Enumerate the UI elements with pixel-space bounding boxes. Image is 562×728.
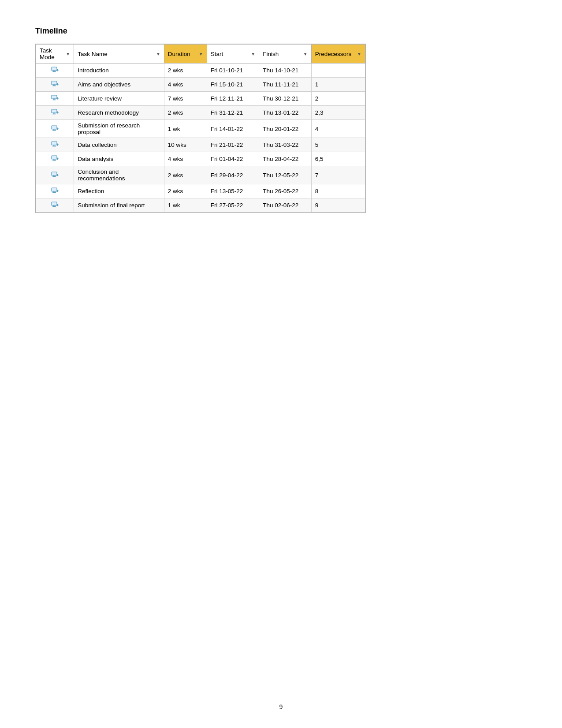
col-dropdown-start[interactable]: ▼ [251,52,255,56]
cell-duration: 7 wks [164,92,207,106]
svg-rect-16 [52,126,57,129]
col-label-duration: Duration [168,51,190,57]
cell-duration: 2 wks [164,184,207,198]
svg-marker-19 [57,127,59,130]
cell-predecessors [311,63,365,78]
table-row: Introduction2 wksFri 01-10-21Thu 14-10-2… [36,63,365,78]
cell-duration: 4 wks [164,78,207,92]
cell-predecessors: 6,5 [311,152,365,166]
svg-marker-11 [57,97,59,100]
col-dropdown-task-name[interactable]: ▼ [156,52,160,56]
svg-rect-22 [52,146,56,146]
svg-marker-7 [57,83,59,86]
cell-predecessors: 4 [311,120,365,138]
svg-rect-17 [53,129,55,130]
col-header-finish[interactable]: Finish ▼ [259,45,311,63]
task-icon-svg [51,155,59,163]
cell-start: Fri 21-01-22 [207,138,259,152]
svg-rect-38 [52,206,56,207]
cell-start: Fri 13-05-22 [207,184,259,198]
task-mode-icon [50,186,60,196]
svg-rect-5 [53,85,55,86]
svg-rect-30 [52,176,56,177]
svg-rect-36 [52,202,57,205]
col-dropdown-duration[interactable]: ▼ [199,52,203,56]
cell-task-mode [36,63,74,78]
task-icon-svg [51,80,59,88]
cell-predecessors: 2 [311,92,365,106]
cell-finish: Thu 28-04-22 [259,152,311,166]
svg-rect-18 [52,130,56,131]
svg-rect-26 [52,160,56,161]
table-header-row: TaskMode ▼ Task Name ▼ Duration ▼ [36,45,365,63]
svg-marker-23 [57,143,59,146]
table-row: Reflection2 wksFri 13-05-22Thu 26-05-228 [36,184,365,198]
table-row: Data analysis4 wksFri 01-04-22Thu 28-04-… [36,152,365,166]
col-header-predecessors[interactable]: Predecessors ▼ [311,45,365,63]
svg-rect-13 [53,113,55,114]
col-header-task-name[interactable]: Task Name ▼ [74,45,164,63]
svg-rect-2 [52,71,56,72]
table-row: Conclusion and recommendations2 wksFri 2… [36,166,365,184]
svg-rect-28 [52,172,57,175]
cell-duration: 10 wks [164,138,207,152]
cell-task-mode [36,166,74,184]
task-mode-icon [50,79,60,89]
svg-rect-24 [52,156,57,159]
col-label-predecessors: Predecessors [315,51,352,57]
col-dropdown-task-mode[interactable]: ▼ [66,52,70,56]
task-icon-svg [51,171,59,179]
cell-predecessors: 7 [311,166,365,184]
cell-task-name: Submission of final report [74,198,164,213]
cell-duration: 2 wks [164,63,207,78]
cell-finish: Thu 14-10-21 [259,63,311,78]
cell-duration: 1 wk [164,198,207,213]
svg-marker-39 [57,204,59,206]
cell-finish: Thu 26-05-22 [259,184,311,198]
svg-rect-33 [53,191,55,192]
col-dropdown-finish[interactable]: ▼ [303,52,308,56]
svg-rect-14 [52,114,56,114]
cell-start: Fri 14-01-22 [207,120,259,138]
cell-task-mode [36,152,74,166]
cell-start: Fri 01-04-22 [207,152,259,166]
cell-task-name: Submission of research proposal [74,120,164,138]
task-icon-svg [51,141,59,149]
cell-predecessors: 9 [311,198,365,213]
table-row: Literature review7 wksFri 12-11-21Thu 30… [36,92,365,106]
svg-rect-0 [52,67,57,71]
task-icon-svg [51,66,59,74]
cell-duration: 2 wks [164,106,207,120]
cell-task-name: Literature review [74,92,164,106]
cell-finish: Thu 13-01-22 [259,106,311,120]
cell-task-name: Data analysis [74,152,164,166]
task-icon-svg [51,108,59,116]
page-number: 9 [279,703,283,710]
col-dropdown-predecessors[interactable]: ▼ [357,52,361,56]
cell-finish: Thu 02-06-22 [259,198,311,213]
task-mode-icon [50,108,60,117]
col-header-start[interactable]: Start ▼ [207,45,259,63]
task-mode-icon [50,170,60,180]
svg-rect-25 [53,159,55,160]
svg-rect-20 [52,142,57,145]
cell-start: Fri 27-05-22 [207,198,259,213]
cell-duration: 1 wk [164,120,207,138]
task-mode-icon [50,93,60,103]
svg-rect-12 [52,109,57,113]
cell-task-mode [36,92,74,106]
cell-finish: Thu 12-05-22 [259,166,311,184]
table-row: Submission of research proposal1 wkFri 1… [36,120,365,138]
task-icon-svg [51,201,59,209]
task-mode-icon [50,200,60,210]
svg-rect-21 [53,145,55,146]
col-header-duration[interactable]: Duration ▼ [164,45,207,63]
task-icon-svg [51,187,59,195]
cell-task-mode [36,78,74,92]
col-header-task-mode[interactable]: TaskMode ▼ [36,45,74,63]
cell-start: Fri 01-10-21 [207,63,259,78]
svg-rect-34 [52,192,56,193]
task-icon-svg [51,94,59,102]
task-mode-icon [50,124,60,134]
page-title: Timeline [35,26,527,36]
